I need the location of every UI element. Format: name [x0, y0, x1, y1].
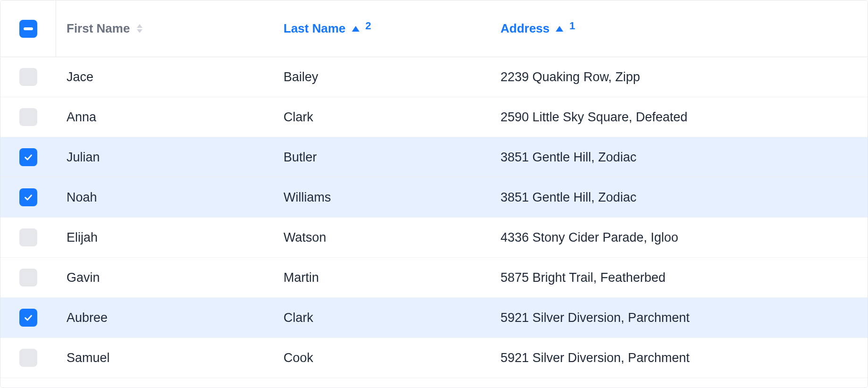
cell-last-name: Cook	[273, 338, 490, 378]
cell-last-name: Parker	[273, 378, 490, 388]
row-checkbox[interactable]	[19, 269, 37, 287]
cell-last-name: Butler	[273, 137, 490, 177]
row-select-cell	[0, 218, 56, 258]
row-checkbox[interactable]	[19, 68, 37, 86]
cell-first-name: Elijah	[56, 218, 273, 258]
sort-up-icon	[137, 24, 142, 28]
row-select-cell	[0, 338, 56, 378]
select-all-checkbox[interactable]	[19, 20, 37, 38]
row-checkbox[interactable]	[19, 349, 37, 367]
table-row[interactable]: AnnaClark2590 Little Sky Square, Defeate…	[0, 97, 868, 137]
table-header-row: First Name Last Name 2	[0, 0, 868, 57]
row-checkbox[interactable]	[19, 188, 37, 206]
table-row[interactable]: NoahWilliams3851 Gentle Hill, Zodiac	[0, 177, 868, 218]
row-select-cell	[0, 298, 56, 338]
column-header-label: Last Name	[284, 21, 346, 36]
sort-order-badge: 1	[569, 21, 575, 31]
cell-first-name: Jace	[56, 57, 273, 97]
cell-first-name: Aubree	[56, 298, 273, 338]
table-row[interactable]: GavinMartin5875 Bright Trail, Featherbed	[0, 258, 868, 298]
cell-address: 628 Quaking Nook, Marydel	[490, 378, 868, 388]
indeterminate-icon	[24, 27, 33, 30]
select-all-header-cell	[0, 0, 56, 57]
column-header-first-name[interactable]: First Name	[56, 0, 273, 57]
column-header-label: Address	[501, 21, 550, 36]
table-row[interactable]: AaliyahParker628 Quaking Nook, Marydel	[0, 378, 868, 388]
cell-address: 2239 Quaking Row, Zipp	[490, 57, 868, 97]
cell-first-name: Samuel	[56, 338, 273, 378]
sort-icon	[351, 23, 360, 35]
row-select-cell	[0, 97, 56, 137]
cell-first-name: Noah	[56, 177, 273, 218]
check-icon	[23, 312, 33, 323]
column-header-last-name[interactable]: Last Name 2	[273, 0, 490, 57]
cell-last-name: Bailey	[273, 57, 490, 97]
cell-address: 4336 Stony Cider Parade, Igloo	[490, 218, 868, 258]
check-icon	[23, 152, 33, 162]
cell-last-name: Williams	[273, 177, 490, 218]
table-row[interactable]: SamuelCook5921 Silver Diversion, Parchme…	[0, 338, 868, 378]
cell-address: 3851 Gentle Hill, Zodiac	[490, 137, 868, 177]
cell-address: 5921 Silver Diversion, Parchment	[490, 298, 868, 338]
row-checkbox[interactable]	[19, 148, 37, 166]
row-checkbox[interactable]	[19, 309, 37, 327]
column-header-label: First Name	[67, 21, 130, 36]
row-checkbox[interactable]	[19, 108, 37, 126]
sort-icon	[135, 23, 144, 35]
cell-first-name: Julian	[56, 137, 273, 177]
data-table: First Name Last Name 2	[0, 0, 868, 388]
cell-first-name: Anna	[56, 97, 273, 137]
row-select-cell	[0, 258, 56, 298]
cell-first-name: Gavin	[56, 258, 273, 298]
row-select-cell	[0, 57, 56, 97]
cell-address: 3851 Gentle Hill, Zodiac	[490, 177, 868, 218]
column-header-address[interactable]: Address 1	[490, 0, 868, 57]
cell-last-name: Martin	[273, 258, 490, 298]
sort-order-badge: 2	[366, 21, 371, 31]
sort-down-icon	[137, 29, 142, 33]
row-select-cell	[0, 137, 56, 177]
cell-last-name: Clark	[273, 97, 490, 137]
cell-last-name: Clark	[273, 298, 490, 338]
row-checkbox[interactable]	[19, 228, 37, 246]
table-row[interactable]: ElijahWatson4336 Stony Cider Parade, Igl…	[0, 218, 868, 258]
table-row[interactable]: AubreeClark5921 Silver Diversion, Parchm…	[0, 298, 868, 338]
sort-icon	[555, 23, 564, 35]
table-row[interactable]: JaceBailey2239 Quaking Row, Zipp	[0, 57, 868, 97]
sort-asc-icon	[352, 26, 359, 32]
cell-first-name: Aaliyah	[56, 378, 273, 388]
cell-address: 2590 Little Sky Square, Defeated	[490, 97, 868, 137]
table-row[interactable]: JulianButler3851 Gentle Hill, Zodiac	[0, 137, 868, 177]
row-select-cell	[0, 378, 56, 388]
check-icon	[23, 192, 33, 202]
sort-asc-icon	[556, 26, 563, 32]
cell-address: 5875 Bright Trail, Featherbed	[490, 258, 868, 298]
cell-last-name: Watson	[273, 218, 490, 258]
svg-rect-0	[24, 27, 33, 30]
row-select-cell	[0, 177, 56, 218]
cell-address: 5921 Silver Diversion, Parchment	[490, 338, 868, 378]
